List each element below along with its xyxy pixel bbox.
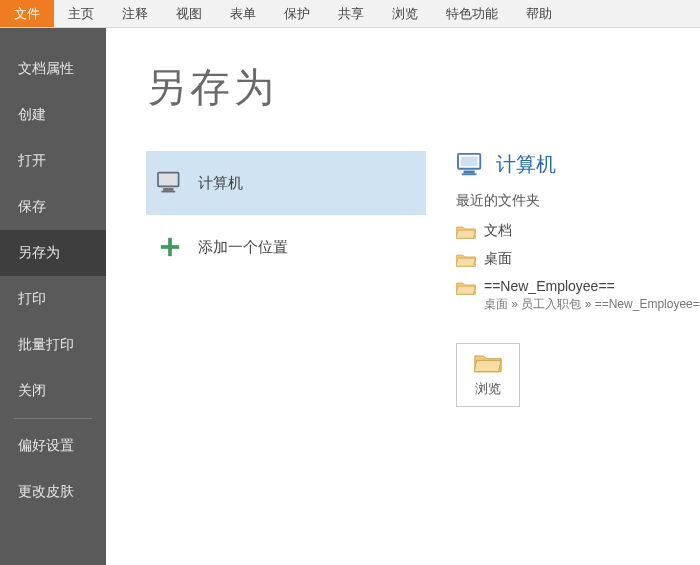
details-header: 计算机 <box>456 151 700 178</box>
menu-item-2[interactable]: 注释 <box>108 0 162 27</box>
folder-icon <box>456 224 476 240</box>
svg-rect-2 <box>163 188 173 191</box>
svg-rect-3 <box>161 191 175 193</box>
menu-item-6[interactable]: 共享 <box>324 0 378 27</box>
menu-item-9[interactable]: 帮助 <box>512 0 566 27</box>
sidebar-footer-item-0[interactable]: 偏好设置 <box>0 423 106 469</box>
folder-name: 文档 <box>484 222 512 240</box>
location-label: 计算机 <box>198 174 243 193</box>
location-item-0[interactable]: 计算机 <box>146 151 426 215</box>
menu-item-3[interactable]: 视图 <box>162 0 216 27</box>
menu-item-8[interactable]: 特色功能 <box>432 0 512 27</box>
recent-folders-list: 文档桌面==New_Employee==桌面 » 员工入职包 » ==New_E… <box>456 222 700 313</box>
folder-name: ==New_Employee== <box>484 278 700 294</box>
menu-item-5[interactable]: 保护 <box>270 0 324 27</box>
recent-folders-label: 最近的文件夹 <box>456 192 700 210</box>
svg-rect-5 <box>161 245 179 249</box>
locations-list: 计算机添加一个位置 <box>146 151 426 565</box>
svg-rect-9 <box>462 173 477 175</box>
location-label: 添加一个位置 <box>198 238 288 257</box>
menu-item-0[interactable]: 文件 <box>0 0 54 27</box>
svg-rect-1 <box>161 175 176 184</box>
menu-item-4[interactable]: 表单 <box>216 0 270 27</box>
details-pane: 计算机 最近的文件夹 文档桌面==New_Employee==桌面 » 员工入职… <box>426 151 700 565</box>
sidebar-item-4[interactable]: 另存为 <box>0 230 106 276</box>
menubar: 文件主页注释视图表单保护共享浏览特色功能帮助 <box>0 0 700 28</box>
computer-icon <box>156 171 184 195</box>
folder-icon <box>456 252 476 268</box>
sidebar-item-3[interactable]: 保存 <box>0 184 106 230</box>
browse-label: 浏览 <box>475 380 501 398</box>
details-header-label: 计算机 <box>496 151 556 178</box>
folder-name: 桌面 <box>484 250 512 268</box>
svg-rect-8 <box>464 170 475 173</box>
sidebar-item-1[interactable]: 创建 <box>0 92 106 138</box>
sidebar-footer-item-1[interactable]: 更改皮肤 <box>0 469 106 515</box>
sidebar-item-7[interactable]: 关闭 <box>0 368 106 414</box>
sidebar: 文档属性创建打开保存另存为打印批量打印关闭偏好设置更改皮肤 <box>0 28 106 565</box>
folder-path: 桌面 » 员工入职包 » ==New_Employee== <box>484 296 700 313</box>
computer-icon <box>456 152 486 178</box>
sidebar-divider <box>14 418 92 419</box>
sidebar-item-6[interactable]: 批量打印 <box>0 322 106 368</box>
plus-icon <box>156 235 184 259</box>
sidebar-item-0[interactable]: 文档属性 <box>0 46 106 92</box>
svg-rect-7 <box>461 156 478 165</box>
folder-icon <box>456 280 476 296</box>
sidebar-item-5[interactable]: 打印 <box>0 276 106 322</box>
recent-folder-1[interactable]: 桌面 <box>456 250 700 268</box>
page-title: 另存为 <box>146 60 700 115</box>
main-pane: 另存为 计算机添加一个位置 计算机 <box>106 28 700 565</box>
menu-item-1[interactable]: 主页 <box>54 0 108 27</box>
browse-button[interactable]: 浏览 <box>456 343 520 407</box>
menu-item-7[interactable]: 浏览 <box>378 0 432 27</box>
folder-icon <box>474 352 502 374</box>
location-item-1[interactable]: 添加一个位置 <box>146 215 426 279</box>
sidebar-item-2[interactable]: 打开 <box>0 138 106 184</box>
recent-folder-0[interactable]: 文档 <box>456 222 700 240</box>
recent-folder-2[interactable]: ==New_Employee==桌面 » 员工入职包 » ==New_Emplo… <box>456 278 700 313</box>
